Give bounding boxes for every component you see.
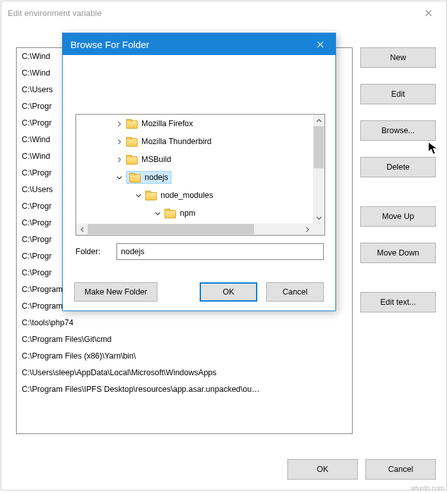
tree-item-label: MSBuild: [141, 155, 172, 164]
edit-button[interactable]: Edit: [360, 84, 436, 104]
make-new-folder-button[interactable]: Make New Folder: [74, 282, 157, 302]
tree-item-label: Mozilla Thunderbird: [141, 137, 212, 146]
chevron-right-icon[interactable]: [115, 121, 124, 127]
outer-ok-button[interactable]: OK: [287, 459, 358, 480]
outer-titlebar: Edit environment variable: [1, 1, 446, 24]
tree-item-label: npm: [180, 209, 195, 218]
tree-item[interactable]: MSBuild: [76, 150, 313, 168]
tree-item[interactable]: npm: [76, 204, 313, 222]
folder-icon: [145, 191, 157, 200]
outer-cancel-button[interactable]: Cancel: [365, 459, 436, 480]
tree-item[interactable]: nodejs: [76, 168, 313, 186]
modal-titlebar: Browse For Folder: [63, 33, 335, 55]
tree-vertical-scrollbar[interactable]: [313, 115, 324, 223]
scroll-left-icon[interactable]: [76, 223, 88, 235]
path-list-item[interactable]: C:\Users\sleep\AppData\Local\Microsoft\W…: [17, 364, 352, 381]
chevron-right-icon[interactable]: [115, 139, 124, 145]
tree-horizontal-scrollbar[interactable]: [76, 223, 313, 235]
outer-bottom-buttons: OK Cancel: [287, 459, 436, 480]
side-buttons: New Edit Browse... Delete Move Up Move D…: [360, 47, 437, 328]
watermark: wsxdn.com: [411, 485, 444, 492]
path-list-item[interactable]: C:\Program Files\Git\cmd: [17, 331, 352, 348]
scroll-up-icon[interactable]: [313, 115, 324, 126]
folder-tree[interactable]: Mozilla FirefoxMozilla ThunderbirdMSBuil…: [76, 114, 325, 236]
modal-cancel-button[interactable]: Cancel: [266, 282, 324, 302]
vscroll-thumb[interactable]: [314, 126, 324, 168]
move-up-button[interactable]: Move Up: [360, 206, 436, 227]
tree-item-label: Mozilla Firefox: [141, 119, 193, 128]
browse-for-folder-dialog: Browse For Folder Mozilla FirefoxMozilla…: [62, 33, 336, 311]
tree-item-label: nodejs: [145, 173, 168, 182]
path-list-item[interactable]: C:\Program Files\IPFS Desktop\resources\…: [17, 381, 352, 398]
modal-button-row: Make New Folder OK Cancel: [74, 282, 324, 302]
folder-name-input[interactable]: [116, 243, 324, 260]
tree-item[interactable]: Mozilla Firefox: [76, 115, 313, 133]
folder-icon: [126, 137, 138, 146]
tree-item[interactable]: node_modules: [76, 186, 313, 204]
path-list-item[interactable]: C:\tools\php74: [17, 314, 352, 331]
scroll-right-icon[interactable]: [301, 223, 313, 235]
folder-icon: [126, 119, 138, 128]
chevron-down-icon[interactable]: [153, 211, 162, 216]
scroll-corner: [313, 223, 324, 235]
folder-input-row: Folder:: [76, 243, 324, 260]
chevron-right-icon[interactable]: [115, 157, 124, 163]
chevron-down-icon[interactable]: [134, 193, 143, 198]
delete-button[interactable]: Delete: [360, 157, 436, 177]
chevron-down-icon[interactable]: [115, 175, 124, 181]
new-button[interactable]: New: [360, 47, 436, 68]
close-icon[interactable]: [414, 3, 442, 22]
browse-button[interactable]: Browse...: [360, 120, 436, 141]
folder-icon: [129, 173, 141, 182]
folder-icon: [164, 209, 176, 218]
edit-text-button[interactable]: Edit text...: [360, 292, 436, 312]
folder-label: Folder:: [76, 247, 108, 256]
path-list-item[interactable]: C:\Program Files (x86)\Yarn\bin\: [17, 348, 352, 364]
tree-item-label: node_modules: [161, 191, 213, 200]
hscroll-thumb[interactable]: [88, 224, 254, 234]
scroll-down-icon[interactable]: [313, 212, 324, 223]
modal-title: Browse For Folder: [70, 39, 149, 50]
tree-item[interactable]: Mozilla Thunderbird: [76, 133, 313, 150]
folder-icon: [126, 155, 138, 164]
modal-close-icon[interactable]: [307, 35, 333, 53]
outer-window-title: Edit environment variable: [8, 8, 102, 18]
modal-ok-button[interactable]: OK: [200, 282, 257, 302]
move-down-button[interactable]: Move Down: [360, 243, 436, 263]
